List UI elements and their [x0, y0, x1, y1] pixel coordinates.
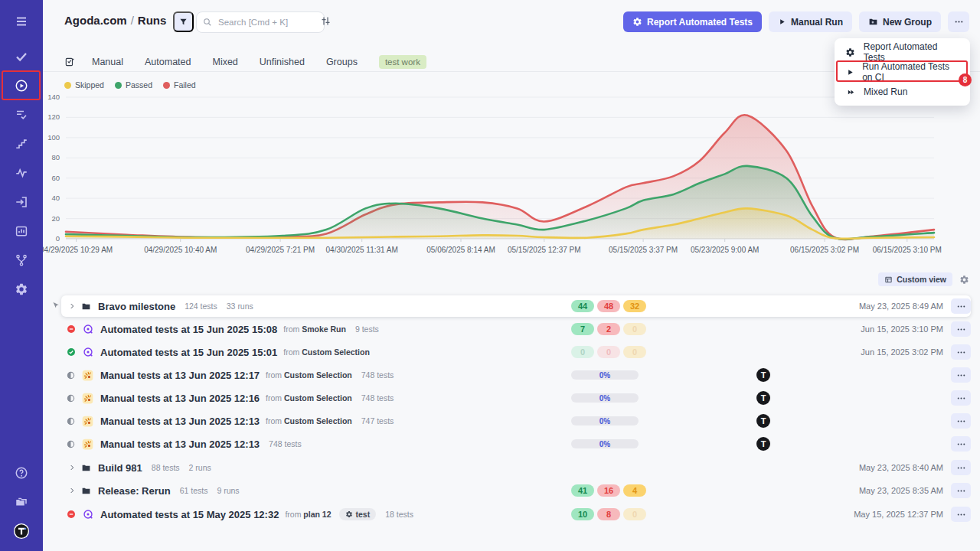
menu-item-run-automated-tests-on-ci[interactable]: Run Automated Tests on CI — [835, 62, 970, 82]
row-more-button[interactable] — [951, 436, 971, 452]
row-tag[interactable]: test — [339, 508, 377, 520]
group-row[interactable]: Bravo milestone124 tests33 runs444832May… — [61, 295, 971, 317]
assignee-avatar[interactable]: T — [756, 437, 770, 451]
row-title[interactable]: Automated tests at 15 May 2025 12:32 — [100, 509, 279, 520]
expand-chevron-icon[interactable] — [66, 487, 78, 494]
sidebar-item-steps-icon[interactable] — [0, 132, 43, 156]
sidebar-item-menu-icon[interactable] — [0, 9, 43, 34]
runs-count: 33 runs — [227, 302, 253, 311]
search-box[interactable] — [196, 11, 325, 33]
fast-forward-icon — [845, 88, 856, 96]
sliders-icon[interactable] — [320, 15, 332, 30]
tests-count: 9 tests — [355, 324, 379, 334]
legend-dot — [64, 82, 71, 89]
breadcrumb-page: Runs — [138, 14, 167, 27]
progress-bar: 0% — [571, 416, 639, 425]
menu-item-mixed-run[interactable]: Mixed Run — [835, 82, 970, 102]
row-more-button[interactable] — [951, 321, 971, 337]
search-input[interactable] — [217, 17, 304, 28]
row-title[interactable]: Release: Rerun — [98, 485, 171, 497]
sidebar-item-check-icon[interactable] — [0, 44, 43, 69]
badge-skipped: 0 — [623, 323, 646, 335]
row-more-button[interactable] — [951, 344, 971, 360]
ci-gear-icon — [845, 47, 856, 57]
expand-chevron-icon[interactable] — [66, 302, 78, 310]
badge-passed: 41 — [571, 484, 594, 497]
badge-failed: 48 — [597, 300, 620, 312]
sidebar-item-bar-chart-icon[interactable] — [0, 219, 43, 243]
run-row[interactable]: Automated tests at 15 Jun 2025 15:08from… — [61, 318, 971, 340]
row-more-button[interactable] — [951, 460, 971, 475]
sidebar-item-branch-icon[interactable] — [0, 248, 43, 272]
sidebar-item-logo-t-icon[interactable] — [0, 519, 43, 543]
new-group-button[interactable]: New Group — [859, 11, 941, 32]
row-title[interactable]: Build 981 — [98, 462, 142, 474]
legend-item-skipped[interactable]: Skipped — [64, 80, 104, 90]
tab-groups[interactable]: Groups — [326, 57, 358, 67]
row-title[interactable]: Automated tests at 15 Jun 2025 15:01 — [100, 347, 277, 358]
row-more-button[interactable] — [951, 483, 971, 498]
run-row[interactable]: Automated tests at 15 May 2025 12:32from… — [61, 504, 971, 525]
run-row[interactable]: Manual tests at 13 Jun 2025 12:13from Cu… — [61, 410, 971, 432]
assignee-avatar[interactable]: T — [756, 391, 770, 405]
tests-count: 124 tests — [185, 302, 217, 311]
tab-automated[interactable]: Automated — [145, 57, 191, 67]
row-title[interactable]: Manual tests at 13 Jun 2025 12:16 — [100, 393, 260, 404]
sidebar-item-help-icon[interactable] — [0, 461, 43, 485]
run-row[interactable]: Manual tests at 13 Jun 2025 12:16from Cu… — [61, 387, 971, 409]
legend-item-failed[interactable]: Failed — [163, 80, 196, 90]
assignee-avatar[interactable]: T — [756, 368, 770, 382]
group-row[interactable]: Release: Rerun61 tests9 runs41164May 23,… — [61, 480, 971, 501]
filter-tag-pill[interactable]: test work — [379, 55, 426, 69]
more-actions-button[interactable] — [948, 11, 969, 32]
run-type-manual-icon — [82, 370, 93, 381]
result-badges: 41164 — [571, 484, 646, 497]
row-title[interactable]: Automated tests at 15 Jun 2025 15:08 — [100, 324, 277, 335]
group-row[interactable]: Build 98188 tests2 runsMay 23, 2025 8:40… — [61, 457, 971, 478]
table-toolbar: Custom view — [878, 272, 969, 286]
run-row[interactable]: Manual tests at 13 Jun 2025 12:13748 tes… — [61, 433, 971, 455]
tab-unfinished[interactable]: Unfinished — [260, 57, 305, 67]
table-settings-gear-icon[interactable] — [959, 275, 969, 285]
tab-manual[interactable]: Manual — [92, 57, 123, 67]
row-date: Jun 15, 2025 3:02 PM — [861, 347, 943, 357]
sidebar-item-list-check-icon[interactable] — [0, 103, 43, 127]
svg-text:100: 100 — [47, 133, 60, 142]
run-row[interactable]: Automated tests at 15 Jun 2025 15:01from… — [61, 341, 971, 363]
manual-run-button[interactable]: Manual Run — [769, 11, 852, 32]
row-title[interactable]: Bravo milestone — [98, 301, 175, 312]
breadcrumb-project[interactable]: Agoda.com — [64, 14, 127, 27]
sidebar-item-settings-icon[interactable] — [0, 277, 43, 302]
row-title[interactable]: Manual tests at 13 Jun 2025 12:13 — [100, 439, 260, 450]
row-title[interactable]: Manual tests at 13 Jun 2025 12:13 — [100, 416, 260, 427]
folder-icon — [81, 463, 91, 473]
checklist-icon[interactable] — [64, 57, 75, 67]
row-date: May 23, 2025 8:40 AM — [859, 463, 943, 472]
run-type-automated-icon — [83, 324, 93, 334]
sidebar-item-pulse-icon[interactable] — [0, 161, 43, 185]
row-more-button[interactable] — [951, 413, 971, 429]
row-title[interactable]: Manual tests at 13 Jun 2025 12:17 — [100, 370, 260, 381]
assignee-avatar[interactable]: T — [756, 414, 770, 428]
legend-item-passed[interactable]: Passed — [115, 80, 152, 90]
run-row[interactable]: Manual tests at 13 Jun 2025 12:17from Cu… — [61, 364, 971, 386]
tab-mixed[interactable]: Mixed — [212, 57, 237, 67]
row-more-button[interactable] — [951, 298, 971, 314]
button-label: New Group — [883, 17, 932, 28]
sidebar-item-play-circle-icon[interactable] — [0, 73, 43, 98]
row-date: Jun 15, 2025 3:10 PM — [861, 324, 943, 334]
result-badges: 000 — [571, 346, 646, 358]
svg-text:06/15/2025 3:02 PM: 06/15/2025 3:02 PM — [790, 246, 859, 254]
row-more-button[interactable] — [951, 367, 971, 383]
menu-item-report-automated-tests[interactable]: Report Automated Tests — [835, 42, 970, 62]
report-automated-tests-button[interactable]: Report Automated Tests — [623, 11, 762, 32]
custom-view-button[interactable]: Custom view — [878, 272, 952, 286]
sidebar-item-import-icon[interactable] — [0, 190, 43, 214]
row-more-button[interactable] — [951, 390, 971, 406]
badge-failed: 16 — [597, 484, 620, 497]
sidebar-item-folders-icon[interactable] — [0, 490, 43, 514]
filter-button[interactable] — [173, 11, 194, 32]
row-more-button[interactable] — [951, 507, 971, 522]
badge-passed: 7 — [571, 323, 594, 335]
expand-chevron-icon[interactable] — [66, 464, 78, 471]
